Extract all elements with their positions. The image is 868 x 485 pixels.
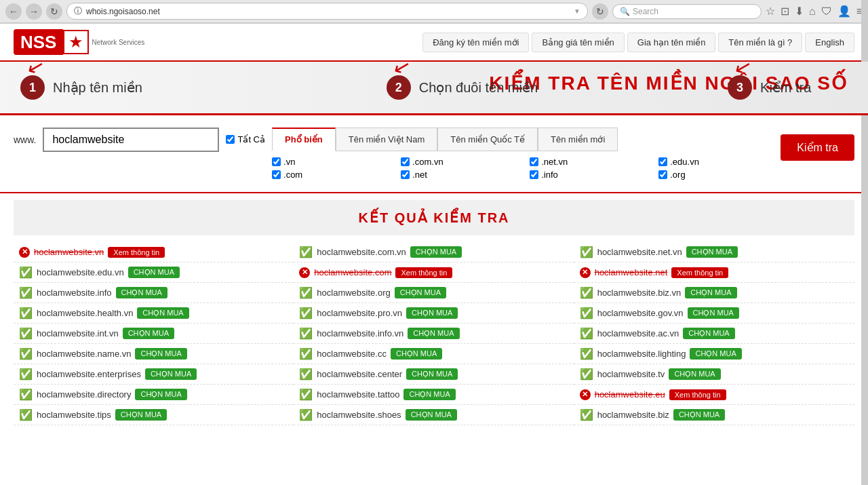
tld-eduvn[interactable]: .edu.vn bbox=[658, 157, 774, 167]
logo-area: NSS ★ Network Services bbox=[14, 29, 144, 55]
result-row: ✕hoclamwebsite.netXem thông tin bbox=[574, 263, 854, 283]
tld-comvn[interactable]: .com.vn bbox=[401, 157, 516, 167]
domain-name: hoclamwebsite.enterprises bbox=[37, 369, 141, 379]
nav-register[interactable]: Đăng ký tên miền mới bbox=[422, 33, 529, 52]
domain-name: hoclamwebsite.ac.vn bbox=[597, 328, 679, 338]
address-bar[interactable]: ⓘ whois.ngoisaoso.net ▼ bbox=[66, 3, 588, 20]
reader-icon[interactable]: ⊡ bbox=[781, 5, 789, 18]
domain-name: hoclamwebsite.net.vn bbox=[597, 247, 682, 257]
shield-icon[interactable]: 🛡 bbox=[821, 5, 832, 18]
tld-info[interactable]: .info bbox=[530, 170, 645, 180]
buy-button[interactable]: CHỌN MUA bbox=[686, 246, 738, 258]
lang-button[interactable]: English bbox=[805, 33, 854, 52]
info-button[interactable]: Xem thông tin bbox=[108, 247, 165, 258]
domain-name: hoclamwebsite.health.vn bbox=[37, 308, 133, 318]
browser-search-bar[interactable]: 🔍 Search bbox=[612, 4, 762, 19]
tld-section: Phổ biến Tên miền Việt Nam Tên miền Quốc… bbox=[272, 128, 774, 180]
buy-button[interactable]: CHỌN MUA bbox=[391, 348, 442, 360]
available-icon: ✅ bbox=[299, 327, 313, 340]
result-row: ✕hoclamwebsite.euXem thông tin bbox=[574, 385, 854, 405]
tab-vietnam[interactable]: Tên miền Việt Nam bbox=[336, 128, 438, 151]
result-row: ✅hoclamwebsite.directoryCHỌN MUA bbox=[14, 385, 294, 405]
tld-net[interactable]: .net bbox=[401, 170, 516, 180]
result-row: ✅hoclamwebsite.gov.vnCHỌN MUA bbox=[574, 303, 854, 324]
buy-button[interactable]: CHỌN MUA bbox=[410, 246, 462, 258]
buy-button[interactable]: CHỌN MUA bbox=[690, 348, 741, 360]
available-icon: ✅ bbox=[299, 388, 313, 401]
buy-button[interactable]: CHỌN MUA bbox=[137, 307, 189, 319]
domain-name: hoclamwebsite.eu bbox=[595, 389, 665, 400]
buy-button[interactable]: CHỌN MUA bbox=[123, 328, 174, 339]
info-button[interactable]: Xem thông tin bbox=[669, 389, 726, 400]
step-1: ↙ 1 Nhập tên miền bbox=[20, 75, 142, 100]
www-label: www. bbox=[14, 134, 36, 145]
available-icon: ✅ bbox=[580, 408, 593, 421]
buy-button[interactable]: CHỌN MUA bbox=[683, 328, 734, 339]
check-button[interactable]: Kiểm tra bbox=[781, 134, 854, 161]
available-icon: ✅ bbox=[580, 307, 593, 319]
buy-button[interactable]: CHỌN MUA bbox=[128, 267, 180, 278]
available-icon: ✅ bbox=[299, 368, 313, 381]
reload-button[interactable]: ↻ bbox=[46, 3, 62, 20]
buy-button[interactable]: CHỌN MUA bbox=[403, 389, 455, 400]
bookmark-icon[interactable]: ☆ bbox=[766, 5, 775, 18]
taken-icon: ✕ bbox=[299, 267, 310, 278]
available-icon: ✅ bbox=[19, 347, 33, 360]
buy-button[interactable]: CHỌN MUA bbox=[145, 368, 197, 380]
result-row: ✅hoclamwebsite.info.vnCHỌN MUA bbox=[294, 324, 574, 344]
available-icon: ✅ bbox=[299, 408, 313, 421]
info-button[interactable]: Xem thông tin bbox=[671, 267, 728, 278]
back-button[interactable]: ← bbox=[5, 3, 22, 20]
tld-com[interactable]: .com bbox=[272, 170, 387, 180]
info-button[interactable]: Xem thông tin bbox=[395, 267, 452, 278]
download-icon[interactable]: ⬇ bbox=[795, 5, 804, 18]
step-1-text: Nhập tên miền bbox=[53, 79, 142, 96]
browser-toolbar: ← → ↻ ⓘ whois.ngoisaoso.net ▼ ↻ 🔍 Search… bbox=[0, 0, 868, 23]
buy-button[interactable]: CHỌN MUA bbox=[135, 389, 186, 400]
tld-vn[interactable]: .vn bbox=[272, 157, 387, 167]
buy-button[interactable]: CHỌN MUA bbox=[669, 368, 720, 380]
available-icon: ✅ bbox=[19, 286, 33, 299]
buy-button[interactable]: CHỌN MUA bbox=[688, 307, 739, 319]
tab-international[interactable]: Tên miền Quốc Tế bbox=[437, 128, 538, 151]
tab-popular[interactable]: Phổ biến bbox=[272, 128, 336, 151]
taken-icon: ✕ bbox=[580, 389, 591, 400]
logo-star: ★ bbox=[63, 30, 89, 54]
result-row: ✅hoclamwebsite.enterprisesCHỌN MUA bbox=[14, 364, 294, 385]
buy-button[interactable]: CHỌN MUA bbox=[115, 409, 167, 421]
result-row: ✕hoclamwebsite.vnXem thông tin bbox=[14, 242, 294, 263]
result-row: ✅hoclamwebsite.int.vnCHỌN MUA bbox=[14, 324, 294, 344]
results-title: KẾT QUẢ KIỂM TRA bbox=[14, 200, 854, 235]
domain-name: hoclamwebsite.info.vn bbox=[317, 328, 403, 338]
nav-pricing[interactable]: Bảng giá tên miền bbox=[532, 33, 624, 52]
tld-netvn[interactable]: .net.vn bbox=[530, 157, 645, 167]
result-row: ✅hoclamwebsite.net.vnCHỌN MUA bbox=[574, 242, 854, 263]
available-icon: ✅ bbox=[299, 246, 313, 258]
nav-renew[interactable]: Gia hạn tên miền bbox=[627, 33, 716, 52]
forward-button[interactable]: → bbox=[26, 3, 42, 20]
buy-button[interactable]: CHỌN MUA bbox=[406, 307, 458, 319]
home-icon[interactable]: ⌂ bbox=[809, 5, 816, 18]
buy-button[interactable]: CHỌN MUA bbox=[135, 348, 186, 360]
buy-button[interactable]: CHỌN MUA bbox=[116, 287, 167, 298]
tld-org[interactable]: .org bbox=[658, 170, 774, 180]
all-checkbox[interactable] bbox=[226, 135, 235, 144]
nav-whatis[interactable]: Tên miền là gì ? bbox=[718, 33, 802, 52]
dropdown-icon: ▼ bbox=[574, 7, 580, 15]
person-icon[interactable]: 👤 bbox=[837, 5, 851, 18]
buy-button[interactable]: CHỌN MUA bbox=[685, 287, 736, 298]
available-icon: ✅ bbox=[299, 286, 313, 299]
domain-input[interactable] bbox=[43, 128, 219, 152]
buy-button[interactable]: CHỌN MUA bbox=[673, 409, 725, 421]
buy-button[interactable]: CHỌN MUA bbox=[408, 328, 459, 339]
tab-new[interactable]: Tên miền mới bbox=[538, 128, 618, 151]
domain-name: hoclamwebsite.pro.vn bbox=[317, 308, 402, 318]
refresh-icon[interactable]: ↻ bbox=[592, 3, 608, 20]
toolbar-icons: ☆ ⊡ ⬇ ⌂ 🛡 👤 ≡ bbox=[766, 5, 863, 18]
buy-button[interactable]: CHỌN MUA bbox=[406, 368, 458, 380]
result-row: ✕hoclamwebsite.comXem thông tin bbox=[294, 263, 574, 283]
domain-name: hoclamwebsite.center bbox=[317, 369, 402, 379]
buy-button[interactable]: CHỌN MUA bbox=[406, 409, 457, 421]
result-row: ✅hoclamwebsite.lightingCHỌN MUA bbox=[574, 344, 854, 364]
buy-button[interactable]: CHỌN MUA bbox=[395, 287, 446, 298]
